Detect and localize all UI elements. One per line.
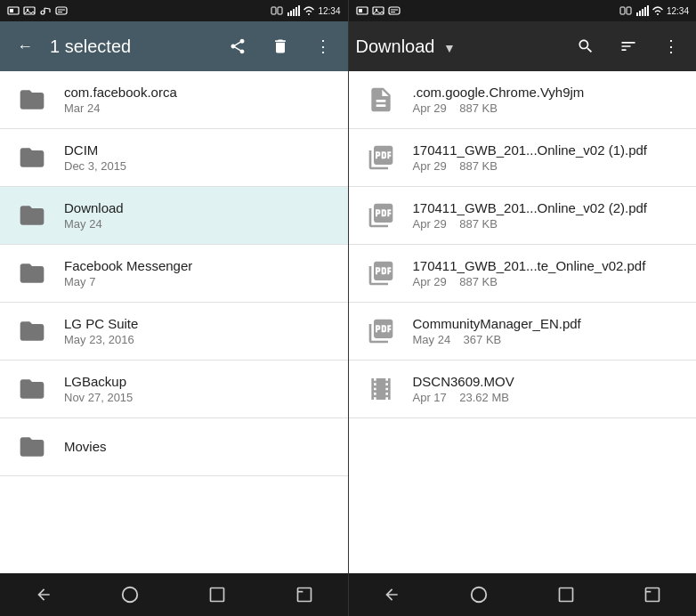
music-icon: [39, 6, 52, 15]
svg-rect-34: [644, 7, 646, 16]
folder-icon: [14, 313, 50, 349]
svg-rect-33: [642, 9, 643, 16]
extra-nav-button[interactable]: [283, 573, 326, 616]
share-icon: [229, 37, 247, 55]
file-name: 170411_GWB_201...Online_v02 (2).pdf: [413, 200, 683, 215]
file-name: Download: [64, 200, 334, 215]
file-name: DSCN3609.MOV: [413, 374, 683, 389]
svg-rect-38: [646, 588, 660, 602]
file-info: Movies: [64, 439, 334, 456]
right-toolbar-title: Download ▼: [356, 36, 562, 57]
back-nav-button[interactable]: [22, 573, 65, 616]
file-info: 170411_GWB_201...Online_v02 (2).pdf Apr …: [413, 200, 683, 231]
right-nav-bar: [349, 573, 697, 616]
svg-rect-13: [287, 12, 289, 16]
screenshot-icon-r: [356, 6, 368, 15]
folder-icon: [14, 371, 50, 407]
recents-nav-icon: [208, 586, 226, 604]
sort-button[interactable]: [611, 28, 646, 64]
file-meta: May 24 367 KB: [413, 333, 683, 346]
pdf-icon: [363, 255, 399, 291]
svg-rect-11: [271, 7, 276, 14]
back-nav-icon: [35, 586, 53, 604]
time-left: 12:34: [318, 6, 340, 16]
recents-nav-button[interactable]: [196, 573, 239, 616]
left-nav-bar: [0, 573, 348, 616]
file-info: 170411_GWB_201...te_Online_v02.pdf Apr 2…: [413, 258, 683, 288]
list-item[interactable]: LG PC Suite May 23, 2016: [0, 303, 348, 361]
extra-nav-icon: [295, 586, 313, 604]
list-item[interactable]: Movies: [0, 418, 348, 476]
list-item-selected[interactable]: Download May 24: [0, 187, 348, 245]
file-name: 170411_GWB_201...Online_v02 (1).pdf: [413, 142, 683, 158]
left-status-icons: [7, 6, 68, 15]
list-item[interactable]: 170411_GWB_201...Online_v02 (2).pdf Apr …: [349, 187, 697, 245]
file-info: LGBackup Nov 27, 2015: [64, 374, 334, 404]
file-name: 170411_GWB_201...te_Online_v02.pdf: [413, 258, 683, 273]
list-item[interactable]: LGBackup Nov 27, 2015: [0, 361, 348, 418]
file-meta: Apr 29 887 KB: [413, 101, 683, 115]
file-info: .com.google.Chrome.Vyh9jm Apr 29 887 KB: [413, 85, 683, 115]
file-info: CommunityManager_EN.pdf May 24 367 KB: [413, 316, 683, 346]
file-meta: Dec 3, 2015: [64, 159, 334, 173]
back-nav-icon-r: [383, 586, 401, 604]
svg-point-18: [123, 588, 138, 603]
right-status-bar: 12:34: [349, 0, 697, 21]
file-meta: May 23, 2016: [64, 333, 334, 346]
svg-rect-17: [298, 5, 300, 16]
back-button[interactable]: ←: [7, 28, 43, 64]
list-item[interactable]: DSCN3609.MOV Apr 17 23.62 MB: [349, 361, 697, 418]
delete-icon: [271, 37, 289, 55]
video-icon: [363, 371, 399, 407]
list-item[interactable]: .com.google.Chrome.Vyh9jm Apr 29 887 KB: [349, 71, 697, 129]
home-nav-button-r[interactable]: [457, 573, 500, 616]
delete-button[interactable]: [263, 28, 298, 64]
file-meta: Apr 29 887 KB: [413, 217, 683, 231]
file-name: Movies: [64, 439, 334, 454]
svg-rect-30: [627, 7, 631, 14]
more-button-left[interactable]: ⋮: [305, 28, 341, 64]
svg-rect-31: [636, 12, 638, 16]
extra-nav-icon-r: [643, 586, 661, 604]
svg-rect-8: [56, 7, 67, 14]
svg-rect-35: [647, 5, 649, 16]
search-button[interactable]: [568, 28, 603, 64]
right-status-icons: [356, 6, 401, 15]
file-meta: Mar 24: [64, 101, 334, 115]
file-info: Facebook Messenger May 7: [64, 258, 334, 288]
more-button-right[interactable]: ⋮: [653, 28, 689, 64]
folder-title: Download: [356, 36, 435, 56]
left-file-list: com.facebook.orca Mar 24 DCIM Dec 3, 201…: [0, 71, 348, 573]
file-name: LG PC Suite: [64, 316, 334, 331]
list-item[interactable]: DCIM Dec 3, 2015: [0, 129, 348, 187]
file-info: DCIM Dec 3, 2015: [64, 142, 334, 173]
folder-icon: [14, 198, 50, 233]
svg-rect-26: [389, 7, 400, 14]
list-item[interactable]: 170411_GWB_201...Online_v02 (1).pdf Apr …: [349, 129, 697, 187]
file-name: LGBackup: [64, 374, 334, 389]
list-item[interactable]: com.facebook.orca Mar 24: [0, 71, 348, 129]
chat-icon: [55, 6, 68, 15]
svg-rect-20: [297, 588, 311, 602]
file-meta: Apr 17 23.62 MB: [413, 391, 683, 404]
svg-rect-37: [559, 588, 572, 602]
file-meta: May 24: [64, 217, 334, 231]
recents-nav-button-r[interactable]: [545, 573, 587, 616]
list-item[interactable]: Facebook Messenger May 7: [0, 245, 348, 303]
file-meta: Apr 29 887 KB: [413, 275, 683, 288]
back-nav-button-r[interactable]: [370, 573, 413, 616]
folder-icon: [14, 82, 50, 118]
dropdown-arrow[interactable]: ▼: [443, 41, 456, 55]
home-nav-button[interactable]: [109, 573, 151, 616]
list-item[interactable]: 170411_GWB_201...te_Online_v02.pdf Apr 2…: [349, 245, 697, 303]
svg-rect-29: [620, 7, 625, 14]
recents-nav-icon-r: [557, 586, 575, 604]
share-button[interactable]: [220, 28, 255, 64]
folder-icon: [14, 255, 50, 291]
chat-icon-r: [388, 6, 401, 15]
signal-bars-icon-r: [636, 5, 649, 16]
svg-rect-32: [639, 11, 641, 16]
extra-nav-button-r[interactable]: [631, 573, 674, 616]
list-item[interactable]: CommunityManager_EN.pdf May 24 367 KB: [349, 303, 697, 361]
svg-rect-14: [290, 11, 292, 16]
